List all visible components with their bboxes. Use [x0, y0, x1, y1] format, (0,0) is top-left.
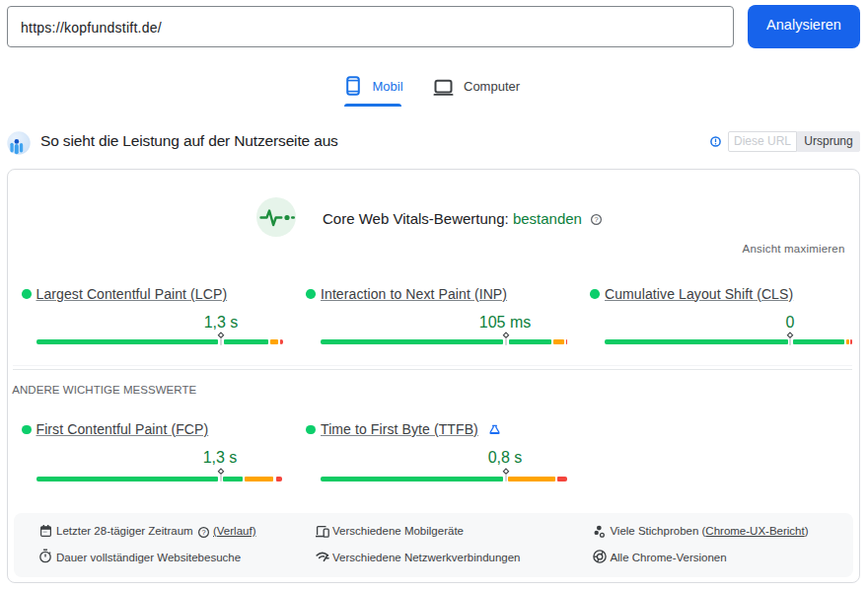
svg-text:?: ? — [201, 528, 205, 537]
svg-text:?: ? — [594, 215, 598, 224]
